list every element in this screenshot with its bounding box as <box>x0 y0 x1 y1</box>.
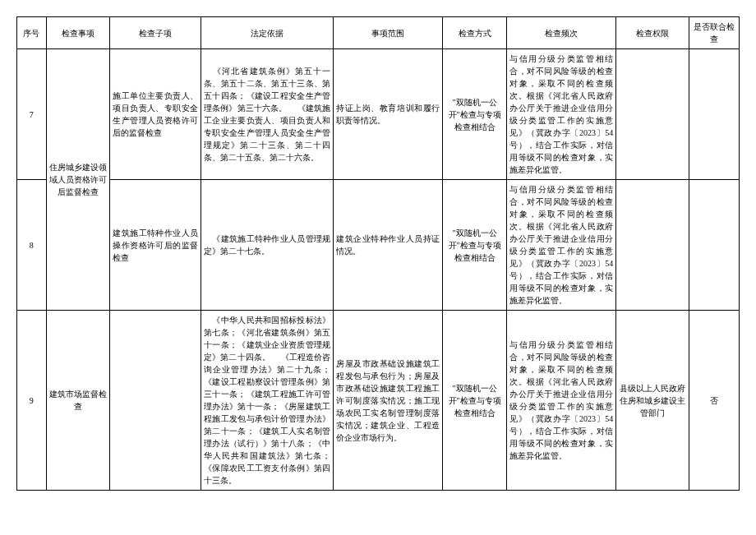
cell-joint <box>689 49 739 180</box>
header-method: 检查方式 <box>443 17 507 49</box>
cell-subitem: 施工单位主要负责人、项目负责人、专职安全生产管理人员资格许可后的监督检查 <box>110 49 201 180</box>
cell-item: 住房城乡建设领域人员资格许可后监督检查 <box>46 49 110 311</box>
cell-auth <box>616 180 689 311</box>
cell-basis: 《中华人民共和国招标投标法》第七条；《河北省建筑条例》第五十一条；《建筑业企业资… <box>201 311 334 491</box>
cell-subitem: 建筑施工特种作业人员操作资格许可后的监督检查 <box>110 180 201 311</box>
header-subitem: 检查子项 <box>110 17 201 49</box>
table-row: 8 建筑施工特种作业人员操作资格许可后的监督检查 《建筑施工特种作业人员管理规定… <box>17 180 740 311</box>
cell-seq: 9 <box>17 311 47 491</box>
cell-freq: 与信用分级分类监管相结合，对不同风险等级的检查对象，采取不同的检查频次。根据《河… <box>506 311 615 491</box>
cell-method: "双随机一公开"检查与专项检查相结合 <box>443 311 507 491</box>
header-basis: 法定依据 <box>201 17 334 49</box>
header-scope: 事项范围 <box>334 17 443 49</box>
cell-auth <box>616 49 689 180</box>
table-row: 9 建筑市场监督检查 《中华人民共和国招标投标法》第七条；《河北省建筑条例》第五… <box>17 311 740 491</box>
cell-item: 建筑市场监督检查 <box>46 311 110 491</box>
cell-scope: 持证上岗、教育培训和履行职责等情况。 <box>334 49 443 180</box>
cell-scope: 房屋及市政基础设施建筑工程发包与承包行为；房屋及市政基础设施建筑工程施工许可制度… <box>334 311 443 491</box>
header-item: 检查事项 <box>46 17 110 49</box>
cell-seq: 7 <box>17 49 47 180</box>
inspection-table: 序号 检查事项 检查子项 法定依据 事项范围 检查方式 检查频次 检查权限 是否… <box>16 16 740 491</box>
cell-method: "双随机一公开"检查与专项检查相结合 <box>443 49 507 180</box>
cell-auth: 县级以上人民政府住房和城乡建设主管部门 <box>616 311 689 491</box>
cell-scope: 建筑企业特种作业人员持证情况。 <box>334 180 443 311</box>
cell-joint: 否 <box>689 311 739 491</box>
cell-basis: 《建筑施工特种作业人员管理规定》第二十七条。 <box>201 180 334 311</box>
table-row: 7 住房城乡建设领域人员资格许可后监督检查 施工单位主要负责人、项目负责人、专职… <box>17 49 740 180</box>
table-header-row: 序号 检查事项 检查子项 法定依据 事项范围 检查方式 检查频次 检查权限 是否… <box>17 17 740 49</box>
header-freq: 检查频次 <box>506 17 615 49</box>
header-joint: 是否联合检查 <box>689 17 739 49</box>
cell-seq: 8 <box>17 180 47 311</box>
header-seq: 序号 <box>17 17 47 49</box>
cell-method: "双随机一公开"检查与专项检查相结合 <box>443 180 507 311</box>
cell-freq: 与信用分级分类监管相结合，对不同风险等级的检查对象，采取不同的检查频次。根据《河… <box>506 49 615 180</box>
cell-basis: 《河北省建筑条例》第五十一条、第五十二条、第五十三条、第五十四条；《建设工程安全… <box>201 49 334 180</box>
cell-subitem <box>110 311 201 491</box>
header-auth: 检查权限 <box>616 17 689 49</box>
cell-freq: 与信用分级分类监管相结合，对不同风险等级的检查对象，采取不同的检查频次。根据《河… <box>506 180 615 311</box>
cell-joint <box>689 180 739 311</box>
